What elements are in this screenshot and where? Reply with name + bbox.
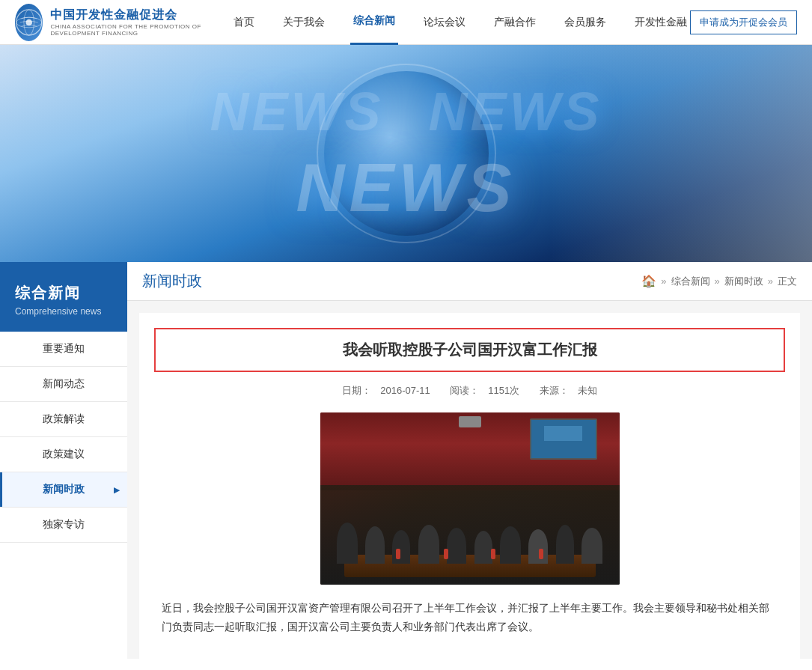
svg-point-3 (25, 19, 32, 25)
nav-news[interactable]: 综合新闻 (350, 0, 398, 45)
hero-news-word-left: NEWS (210, 81, 384, 142)
sidebar-item-exclusive: 独家专访 (0, 508, 127, 543)
sidebar-link-notice[interactable]: 重要通知 (0, 332, 127, 366)
hero-banner: NEWS NEWS NEWS (0, 45, 812, 262)
article-image (154, 412, 785, 587)
breadcrumb-current: 正文 (778, 275, 797, 288)
person-1 (337, 523, 358, 564)
sidebar-link-current-affairs[interactable]: 新闻时政 (0, 472, 127, 507)
page-heading-highlight: 时政 (172, 272, 202, 289)
meta-source: 未知 (578, 385, 597, 396)
page-heading: 新闻时政 (142, 271, 202, 291)
logo-main-text: 中国开发性金融促进会 (50, 7, 231, 23)
hero-news-row-top: NEWS NEWS (210, 81, 602, 142)
sidebar-item-policy-proposal: 政策建议 (0, 437, 127, 472)
meta-views: 1151次 (488, 385, 519, 396)
nav-finance[interactable]: 开发性金融 (632, 0, 690, 45)
join-button[interactable]: 申请成为开促会会员 (690, 10, 797, 34)
nav-home[interactable]: 首页 (231, 0, 257, 45)
nav-cooperation[interactable]: 产融合作 (491, 0, 539, 45)
meta-date: 2016-07-11 (380, 385, 430, 396)
article-meta: 日期：2016-07-11 阅读：1151次 来源：未知 (154, 384, 785, 398)
logo-text: 中国开发性金融促进会 CHINA ASSOCIATION FOR THE PRO… (50, 7, 231, 37)
breadcrumb-link-news[interactable]: 综合新闻 (671, 275, 710, 288)
home-icon[interactable]: 🏠 (641, 274, 656, 288)
breadcrumb-link-current[interactable]: 新闻时政 (724, 275, 763, 288)
nav-about[interactable]: 关于我会 (280, 0, 328, 45)
sidebar-menu: 重要通知 新闻动态 政策解读 政策建议 新闻时政 独家专访 (0, 332, 127, 543)
nav-member[interactable]: 会员服务 (561, 0, 609, 45)
article-title-box: 我会听取控股子公司国开汉富工作汇报 (154, 328, 785, 372)
sidebar-subtitle: Comprehensive news (15, 306, 112, 317)
sidebar-header: 综合新闻 Comprehensive news (0, 262, 127, 332)
sidebar-title: 综合新闻 (15, 283, 112, 303)
bottle-1 (396, 549, 400, 559)
article-photo (320, 412, 620, 585)
meta-date-label: 日期： (342, 385, 371, 396)
img-projector (459, 416, 481, 427)
bottle-2 (444, 549, 448, 559)
img-screen-content (544, 426, 583, 441)
content-area: 新闻时政 🏠 » 综合新闻 » 新闻时政 » 正文 我会听取控股子公司国开汉富工… (127, 262, 812, 659)
sidebar-item-policy-reading: 政策解读 (0, 402, 127, 437)
sidebar-link-news-trends[interactable]: 新闻动态 (0, 367, 127, 401)
breadcrumb-sep-1: » (661, 275, 666, 287)
page-heading-prefix: 新闻 (142, 272, 172, 289)
sidebar-link-policy-reading[interactable]: 政策解读 (0, 402, 127, 436)
sidebar-item-current-affairs: 新闻时政 (0, 472, 127, 508)
article-container: 我会听取控股子公司国开汉富工作汇报 日期：2016-07-11 阅读：1151次… (139, 313, 800, 659)
article-title: 我会听取控股子公司国开汉富工作汇报 (171, 340, 769, 360)
meta-views-label: 阅读： (450, 385, 479, 396)
img-screen (530, 418, 597, 460)
sidebar: 综合新闻 Comprehensive news 重要通知 新闻动态 政策解读 政… (0, 262, 127, 659)
hero-text-area: NEWS NEWS NEWS (210, 81, 602, 227)
bottle-3 (491, 549, 495, 559)
hero-news-main-word: NEWS (296, 150, 516, 225)
logo-icon (15, 4, 43, 41)
sidebar-link-policy-proposal[interactable]: 政策建议 (0, 437, 127, 472)
img-bottles (380, 549, 560, 561)
main-layout: 综合新闻 Comprehensive news 重要通知 新闻动态 政策解读 政… (0, 262, 812, 659)
article-body: 近日，我会控股子公司国开汉富资产管理有限公司召开了上半年工作会议，并汇报了上半年… (154, 599, 785, 636)
hero-news-main: NEWS (296, 150, 516, 227)
sidebar-item-notice: 重要通知 (0, 332, 127, 367)
hero-news-word-right: NEWS (429, 81, 602, 142)
meta-source-label: 来源： (540, 385, 569, 396)
logo-area: 中国开发性金融促进会 CHINA ASSOCIATION FOR THE PRO… (15, 4, 231, 41)
header: 中国开发性金融促进会 CHINA ASSOCIATION FOR THE PRO… (0, 0, 812, 45)
breadcrumb-sep-2: » (715, 275, 720, 287)
bottle-4 (539, 549, 543, 559)
sidebar-link-exclusive[interactable]: 独家专访 (0, 508, 127, 542)
breadcrumb: 🏠 » 综合新闻 » 新闻时政 » 正文 (641, 274, 797, 288)
sidebar-item-news-trends: 新闻动态 (0, 367, 127, 402)
breadcrumb-bar: 新闻时政 🏠 » 综合新闻 » 新闻时政 » 正文 (127, 262, 812, 301)
person-10 (581, 528, 602, 564)
logo-sub-text: CHINA ASSOCIATION FOR THE PROMOTION OF D… (50, 23, 231, 37)
article-paragraph: 近日，我会控股子公司国开汉富资产管理有限公司召开了上半年工作会议，并汇报了上半年… (162, 599, 778, 636)
main-nav: 首页 关于我会 综合新闻 论坛会议 产融合作 会员服务 开发性金融 (231, 0, 690, 45)
nav-forum[interactable]: 论坛会议 (421, 0, 468, 45)
breadcrumb-sep-3: » (768, 275, 773, 287)
